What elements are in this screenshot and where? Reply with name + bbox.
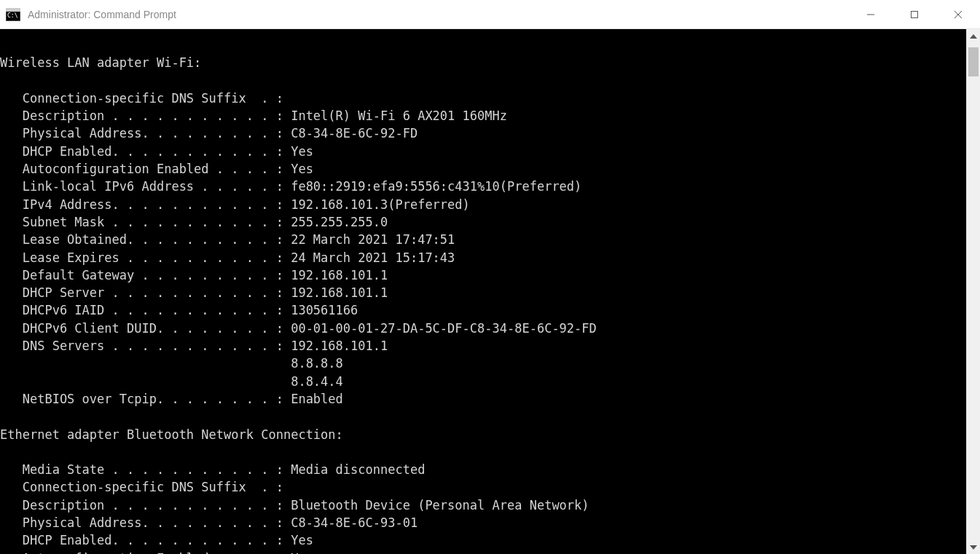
close-button[interactable] <box>936 0 980 28</box>
scrollbar[interactable] <box>966 29 980 554</box>
svg-text:C:\: C:\ <box>7 12 18 19</box>
titlebar: C:\ Administrator: Command Prompt <box>0 0 980 29</box>
cmd-icon: C:\ <box>6 8 20 21</box>
svg-rect-4 <box>912 11 918 17</box>
chevron-down-icon <box>970 545 977 550</box>
svg-rect-1 <box>6 8 20 12</box>
scroll-thumb[interactable] <box>968 47 979 76</box>
terminal-output[interactable]: Wireless LAN adapter Wi-Fi: Connection-s… <box>0 29 966 554</box>
scroll-down-button[interactable] <box>967 540 980 554</box>
scroll-up-button[interactable] <box>967 29 980 43</box>
window-title: Administrator: Command Prompt <box>28 9 849 20</box>
content-area: Wireless LAN adapter Wi-Fi: Connection-s… <box>0 29 980 554</box>
maximize-button[interactable] <box>893 0 936 28</box>
chevron-up-icon <box>970 34 977 39</box>
minimize-button[interactable] <box>849 0 893 28</box>
window-controls <box>849 0 980 28</box>
